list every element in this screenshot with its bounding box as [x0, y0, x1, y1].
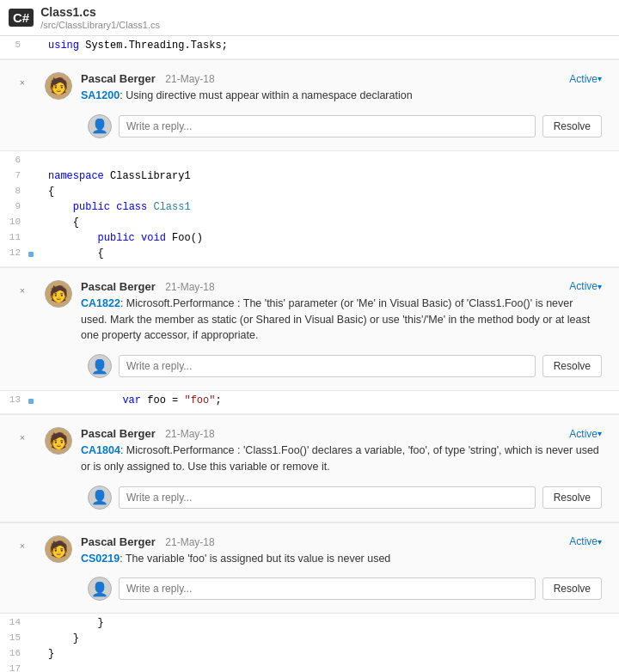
- code-line: 8 {: [0, 186, 619, 201]
- collapse-button[interactable]: ×: [14, 432, 31, 513]
- comment-author: Pascal Berger: [81, 72, 156, 85]
- reply-area: 👤 Resolve: [88, 354, 602, 378]
- line-content: {: [45, 247, 619, 260]
- thread-left: ×: [0, 424, 45, 513]
- line-number: 17: [0, 663, 28, 672]
- line-number: 13: [0, 394, 28, 405]
- comment-author: Pascal Berger: [81, 280, 156, 293]
- thread-body: 🧑 Pascal Berger 21-May-18 Active CA1804:…: [45, 424, 619, 513]
- thread-left: ×: [0, 277, 45, 382]
- comment-thread-4: × 🧑 Pascal Berger 21-May-18 Active CS021…: [0, 522, 619, 614]
- comment-block: 🧑 Pascal Berger 21-May-18 Active CS0219:…: [45, 532, 610, 571]
- code-section-bottom: 14 } 15 } 16 } 17: [0, 614, 619, 672]
- comment-date: 21-May-18: [165, 281, 214, 293]
- status-badge[interactable]: Active: [569, 428, 602, 440]
- thread-body: 🧑 Pascal Berger 21-May-18 Active CA1822:…: [45, 277, 619, 382]
- code-line: 14 }: [0, 617, 619, 632]
- comment-header: Pascal Berger 21-May-18 Active: [81, 535, 602, 548]
- comment-date: 21-May-18: [165, 73, 214, 85]
- comment-message: : The variable 'foo' is assigned but its…: [120, 553, 390, 565]
- reply-input[interactable]: [119, 486, 536, 509]
- comment-author: Pascal Berger: [81, 427, 156, 440]
- avatar: 🧑: [45, 280, 72, 308]
- comment-body: CA1822: Microsoft.Performance : The 'thi…: [81, 296, 602, 344]
- code-line: 7 namespace ClassLibrary1: [0, 170, 619, 186]
- comment-body: CS0219: The variable 'foo' is assigned b…: [81, 551, 602, 567]
- language-icon: C#: [9, 9, 34, 27]
- thread-container: × 🧑 Pascal Berger 21-May-18 Active CA182…: [0, 277, 619, 382]
- resolve-button[interactable]: Resolve: [542, 486, 602, 509]
- code-line: 9 public class Class1: [0, 201, 619, 217]
- line-content: }: [45, 632, 619, 645]
- status-badge[interactable]: Active: [569, 73, 602, 85]
- code-id: CA1822: [81, 297, 120, 309]
- line-number: 10: [0, 217, 28, 227]
- resolve-button[interactable]: Resolve: [542, 115, 602, 137]
- svg-rect-1: [28, 399, 34, 404]
- collapse-button[interactable]: ×: [14, 285, 31, 382]
- comment-thread-1: × 🧑 Pascal Berger 21-May-18 Active SA120…: [0, 59, 619, 151]
- status-badge[interactable]: Active: [569, 535, 602, 547]
- comment-header: Pascal Berger 21-May-18 Active: [81, 280, 602, 293]
- reply-area: 👤 Resolve: [88, 486, 602, 510]
- code-line: 13 var foo = "foo";: [0, 394, 619, 410]
- line-number: 15: [0, 632, 28, 643]
- status-badge[interactable]: Active: [569, 280, 602, 292]
- code-line: 10 {: [0, 217, 619, 232]
- reply-input[interactable]: [119, 115, 536, 137]
- editor-header: C# Class1.cs /src/ClassLibrary1/Class1.c…: [0, 0, 619, 36]
- thread-container: × 🧑 Pascal Berger 21-May-18 Active SA120…: [0, 69, 619, 142]
- reply-input[interactable]: [119, 577, 536, 600]
- code-line: 12 {: [0, 247, 619, 263]
- comment-content: Pascal Berger 21-May-18 Active CA1822: M…: [81, 280, 602, 344]
- line-number: 5: [0, 40, 28, 50]
- line-content: {: [45, 186, 619, 198]
- line-content: public class Class1: [45, 201, 619, 213]
- line-number: 6: [0, 155, 28, 165]
- code-id: SA1200: [81, 89, 120, 101]
- reply-avatar: 👤: [88, 114, 112, 138]
- collapse-button[interactable]: ×: [14, 541, 31, 605]
- comment-thread-2: × 🧑 Pascal Berger 21-May-18 Active CA182…: [0, 267, 619, 391]
- line-marker: [28, 394, 45, 408]
- comment-body: SA1200: Using directive must appear with…: [81, 88, 602, 104]
- comment-content: Pascal Berger 21-May-18 Active SA1200: U…: [81, 72, 602, 104]
- svg-rect-0: [28, 252, 34, 257]
- code-line: 16 }: [0, 648, 619, 663]
- line-marker: [28, 247, 45, 261]
- thread-body: 🧑 Pascal Berger 21-May-18 Active SA1200:…: [45, 69, 619, 142]
- line-number: 11: [0, 232, 28, 242]
- line-content: using System.Threading.Tasks;: [45, 40, 619, 52]
- comment-date: 21-May-18: [165, 536, 214, 548]
- comment-header: Pascal Berger 21-May-18 Active: [81, 427, 602, 440]
- comment-message: : Microsoft.Performance : 'Class1.Foo()'…: [81, 444, 599, 473]
- code-line: 11 public void Foo(): [0, 232, 619, 247]
- reply-area: 👤 Resolve: [88, 577, 602, 601]
- line-content: }: [45, 648, 619, 660]
- comment-block: 🧑 Pascal Berger 21-May-18 Active CA1822:…: [45, 277, 610, 347]
- code-line: 6: [0, 155, 619, 170]
- code-line: 15 }: [0, 632, 619, 648]
- collapse-button[interactable]: ×: [14, 77, 31, 142]
- avatar: 🧑: [45, 427, 72, 455]
- code-id: CS0219: [81, 553, 120, 565]
- code-line: 17: [0, 663, 619, 672]
- reply-input[interactable]: [119, 355, 536, 377]
- comment-body: CA1804: Microsoft.Performance : 'Class1.…: [81, 443, 602, 475]
- resolve-button[interactable]: Resolve: [542, 355, 602, 377]
- comment-header: Pascal Berger 21-May-18 Active: [81, 72, 602, 85]
- comment-message: : Microsoft.Performance : The 'this' par…: [81, 297, 590, 342]
- reply-avatar: 👤: [88, 354, 112, 378]
- resolve-button[interactable]: Resolve: [542, 577, 602, 600]
- line-content: {: [45, 217, 619, 229]
- code-section-line13: 13 var foo = "foo";: [0, 391, 619, 414]
- reply-avatar: 👤: [88, 486, 112, 510]
- code-line: 5 using System.Threading.Tasks;: [0, 40, 619, 55]
- line-content: var foo = "foo";: [45, 394, 619, 406]
- code-section-line5: 5 using System.Threading.Tasks;: [0, 36, 619, 59]
- comment-block: 🧑 Pascal Berger 21-May-18 Active CA1804:…: [45, 424, 610, 479]
- line-content: [45, 663, 619, 672]
- thread-container: × 🧑 Pascal Berger 21-May-18 Active CS021…: [0, 532, 619, 605]
- thread-container: × 🧑 Pascal Berger 21-May-18 Active CA180…: [0, 424, 619, 513]
- comment-content: Pascal Berger 21-May-18 Active CA1804: M…: [81, 427, 602, 475]
